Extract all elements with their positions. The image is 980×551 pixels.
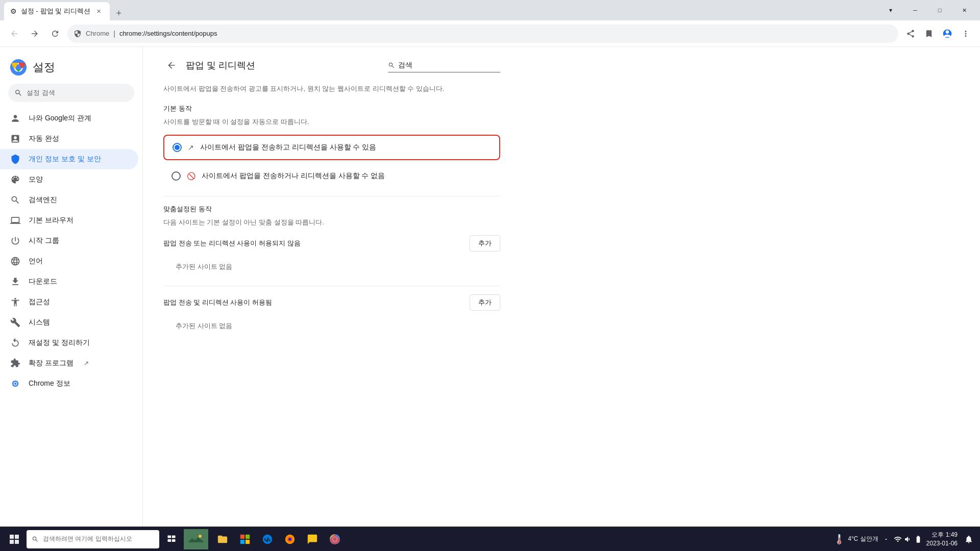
custom-section: 맞춤설정된 동작 다음 사이트는 기본 설정이 아닌 맞춤 설정을 따릅니다. … [163,205,500,333]
sidebar-label-google: 나와 Google의 관계 [29,114,91,123]
option1-radio[interactable]: ↗ 사이트에서 팝업을 전송하고 리디렉션을 사용할 수 있음 [163,135,500,160]
content-search-icon [388,62,395,69]
settings-search-icon [14,89,22,97]
sidebar-label-about: Chrome 정보 [29,379,70,388]
computer-icon [10,215,20,226]
sidebar-item-google[interactable]: 나와 Google의 관계 [0,108,138,129]
widgets-button[interactable] [184,529,208,549]
svg-point-19 [288,538,291,541]
address-bar[interactable]: Chrome | chrome://settings/content/popup… [67,24,898,43]
nav-actions [902,26,974,42]
content-search-box[interactable]: 검색 [388,59,500,72]
active-tab[interactable]: ⚙ 설정 - 팝업 및 리디렉션 ✕ [4,2,110,20]
svg-rect-13 [240,534,244,538]
forward-button[interactable] [27,26,43,42]
sidebar-label-accessibility: 접근성 [29,297,50,307]
bookmark-button[interactable] [921,26,937,42]
tab-strip-dropdown-button[interactable]: ▾ [879,2,902,18]
sidebar-label-search: 검색엔진 [29,195,57,205]
sidebar-item-about[interactable]: Chrome 정보 [0,373,138,394]
language-icon [10,256,20,266]
sidebar-item-appearance[interactable]: 모양 [0,169,138,190]
not-allowed-empty-text: 추가된 사이트 없음 [176,263,232,270]
tab-close-button[interactable]: ✕ [94,7,104,16]
firefox-button[interactable] [280,527,300,552]
tab-title: 설정 - 팝업 및 리디렉션 [21,7,90,16]
option1-text: 사이트에서 팝업을 전송하고 리디렉션을 사용할 수 있음 [200,143,376,152]
sidebar-item-language[interactable]: 언어 [0,251,138,271]
reload-button[interactable] [47,26,63,42]
task-view-button[interactable] [161,527,182,552]
shield-icon [10,154,20,164]
system-tray-expand[interactable] [881,535,891,544]
extension-icon [10,358,20,368]
start-button[interactable] [4,529,24,549]
allowed-section: 팝업 전송 및 리디렉션 사용이 허용됨 추가 추가된 사이트 없음 [163,294,500,333]
network-icons [894,535,922,543]
taskbar-search-placeholder: 검색하려면 여기에 입력하십시오 [43,535,132,543]
sidebar-item-system[interactable]: 시스템 [0,312,138,333]
not-allowed-title: 팝업 전송 또는 리디렉션 사용이 허용되지 않음 [163,239,301,248]
settings-sidebar: 설정 설정 검색 나와 Google의 관계 자동 완성 [0,47,143,527]
share-button[interactable] [902,26,919,42]
svg-point-12 [199,535,202,538]
sidebar-item-search[interactable]: 검색엔진 [0,190,138,210]
address-url: chrome://settings/content/popups [119,30,217,37]
sidebar-item-extensions[interactable]: 확장 프로그램 ↗ [0,353,138,373]
sidebar-item-download[interactable]: 다운로드 [0,271,138,292]
settings-content: 팝업 및 리디렉션 검색 사이트에서 팝업을 전송하여 광고를 표시하거나, 원… [143,47,980,527]
sidebar-item-accessibility[interactable]: 접근성 [0,292,138,312]
maximize-button[interactable]: □ [928,2,951,18]
notification-button[interactable] [962,529,976,549]
not-allowed-add-button[interactable]: 추가 [470,235,500,252]
file-explorer-button[interactable] [212,527,233,552]
store-button[interactable] [235,527,255,552]
page-back-button[interactable] [163,57,180,73]
sidebar-item-default-browser[interactable]: 기본 브라우저 [0,210,138,231]
allowed-empty-text: 추가된 사이트 없음 [176,322,232,330]
menu-button[interactable] [958,26,974,42]
sidebar-label-privacy: 개인 정보 보호 및 보안 [29,155,101,164]
chrome-taskbar-button[interactable] [325,527,345,552]
edge-button[interactable] [257,527,278,552]
sidebar-item-startup[interactable]: 시작 그룹 [0,231,138,251]
power-icon [10,236,20,246]
content-search-input[interactable] [415,61,477,69]
new-tab-button[interactable]: + [112,6,126,20]
default-behavior-section: 기본 동작 사이트를 방문할 때 이 설정을 자동으로 따릅니다. ↗ 사이트에… [163,104,500,188]
sidebar-label-appearance: 모양 [29,175,43,184]
not-allowed-empty: 추가된 사이트 없음 [163,256,500,273]
minimize-button[interactable]: ─ [903,2,927,18]
back-button[interactable] [6,26,22,42]
content-inner: 팝업 및 리디렉션 검색 사이트에서 팝업을 전송하여 광고를 표시하거나, 원… [143,47,521,343]
taskbar-search[interactable]: 검색하려면 여기에 입력하십시오 [27,530,159,548]
svg-rect-14 [246,534,250,538]
allowed-empty: 추가된 사이트 없음 [163,315,500,333]
svg-rect-16 [246,539,250,543]
settings-search-bar[interactable]: 설정 검색 [8,84,134,102]
clock[interactable]: 오후 1:49 2023-01-06 [926,531,958,548]
sidebar-item-reset[interactable]: 재설정 및 정리하기 [0,333,138,353]
wifi-icon [894,535,902,543]
not-allowed-header: 팝업 전송 또는 리디렉션 사용이 허용되지 않음 추가 [163,235,500,252]
reset-icon [10,338,20,348]
sidebar-label-startup: 시작 그룹 [29,236,59,245]
sidebar-item-autofill[interactable]: 자동 완성 [0,129,138,149]
navigation-bar: Chrome | chrome://settings/content/popup… [0,20,980,47]
divider2 [163,286,500,286]
palette-icon [10,174,20,185]
allowed-add-button[interactable]: 추가 [470,294,500,311]
page-header: 팝업 및 리디렉션 검색 [163,57,500,73]
system-tray: 🌡️ 4°C 실안개 [834,534,922,545]
profile-button[interactable] [939,26,955,42]
option2-radio[interactable]: 🚫 사이트에서 팝업을 전송하거나 리디렉션을 사용할 수 없음 [163,164,500,188]
sidebar-item-privacy[interactable]: 개인 정보 보호 및 보안 [0,149,138,169]
external-link-icon: ↗ [84,360,89,367]
svg-rect-9 [168,539,172,542]
sidebar-label-reset: 재설정 및 정리하기 [29,338,90,347]
chat-button[interactable] [302,527,323,552]
weather-icon: 🌡️ [834,534,845,545]
sidebar-label-browser: 기본 브라우저 [29,216,74,225]
close-button[interactable]: ✕ [952,2,976,18]
divider1 [163,196,500,196]
